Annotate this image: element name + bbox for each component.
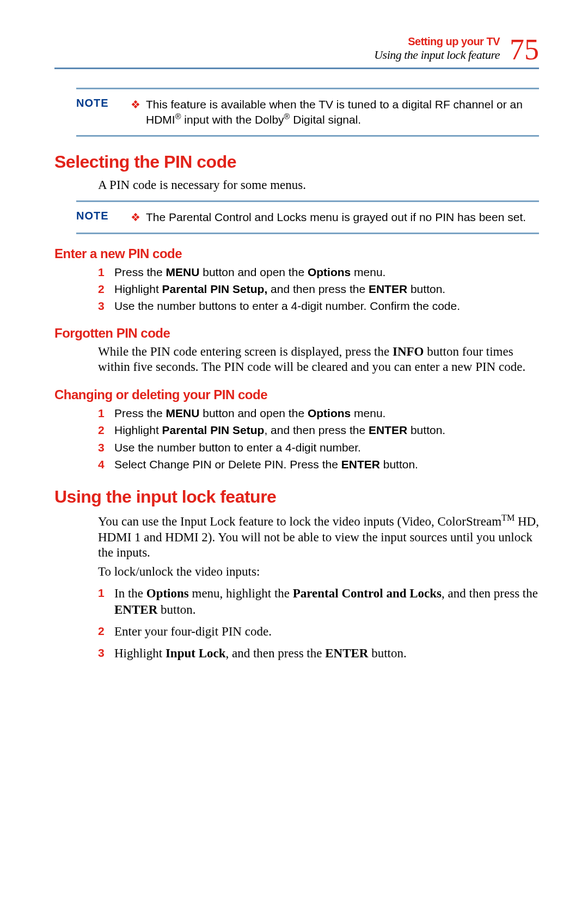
step-number: 3: [98, 645, 114, 660]
input-lock-p2: To lock/unlock the video inputs:: [98, 564, 539, 580]
step-number: 4: [98, 457, 114, 472]
list-item: 3 Use the number buttons to enter a 4-di…: [98, 298, 539, 313]
step-number: 2: [98, 624, 114, 638]
note-block-1: NOTE ❖ This feature is available when th…: [76, 97, 539, 127]
list-item: 2 Enter your four-digit PIN code.: [98, 624, 539, 640]
step-number: 3: [98, 298, 114, 313]
step-number: 2: [98, 282, 114, 296]
note-rule-top: [76, 88, 539, 89]
page-number: 75: [510, 35, 539, 64]
manual-page: Setting up your TV Using the input lock …: [0, 0, 588, 699]
step-text: Use the number buttons to enter a 4-digi…: [114, 298, 539, 313]
step-number: 1: [98, 406, 114, 420]
step-text: Highlight Parental PIN Setup, and then p…: [114, 282, 539, 296]
step-number: 3: [98, 440, 114, 455]
step-text: Select Change PIN or Delete PIN. Press t…: [114, 457, 539, 472]
header-section: Using the input lock feature: [374, 48, 500, 62]
step-number: 1: [98, 265, 114, 279]
note-block-2: NOTE ❖ The Parental Control and Locks me…: [76, 210, 539, 224]
step-text: Highlight Parental PIN Setup, and then p…: [114, 423, 539, 437]
step-number: 2: [98, 423, 114, 437]
note-label: NOTE: [76, 210, 131, 222]
forgotten-text: While the PIN code entering screen is di…: [98, 344, 539, 376]
heading-change-delete-pin: Changing or deleting your PIN code: [54, 387, 539, 402]
list-item: 3 Use the number button to enter a 4-dig…: [98, 440, 539, 455]
note-text: This feature is available when the TV is…: [146, 97, 539, 127]
step-text: Highlight Input Lock, and then press the…: [114, 645, 539, 662]
step-text: Press the MENU button and open the Optio…: [114, 406, 539, 420]
note1-post: Digital signal.: [290, 113, 361, 126]
list-item: 3 Highlight Input Lock, and then press t…: [98, 645, 539, 662]
list-item: 1 Press the MENU button and open the Opt…: [98, 265, 539, 279]
input-lock-p1: You can use the Input Lock feature to lo…: [98, 512, 539, 561]
heading-enter-new-pin: Enter a new PIN code: [54, 246, 539, 261]
header-text: Setting up your TV Using the input lock …: [374, 35, 500, 62]
chapter-title: Setting up your TV: [374, 35, 500, 48]
heading-forgotten-pin: Forgotten PIN code: [54, 326, 539, 341]
heading-selecting-pin: Selecting the PIN code: [54, 152, 539, 172]
heading-input-lock: Using the input lock feature: [54, 487, 539, 507]
step-text: Press the MENU button and open the Optio…: [114, 265, 539, 279]
registered-icon: ®: [175, 112, 181, 121]
step-text: Enter your four-digit PIN code.: [114, 624, 539, 640]
list-item: 1 Press the MENU button and open the Opt…: [98, 406, 539, 420]
note2-rule-bottom: [76, 233, 539, 234]
diamond-bullet-icon: ❖: [131, 211, 140, 224]
registered-icon: ®: [284, 112, 290, 121]
change-delete-steps: 1 Press the MENU button and open the Opt…: [98, 406, 539, 472]
list-item: 2 Highlight Parental PIN Setup, and then…: [98, 282, 539, 296]
list-item: 1 In the Options menu, highlight the Par…: [98, 585, 539, 618]
enter-new-pin-steps: 1 Press the MENU button and open the Opt…: [98, 265, 539, 314]
note1-mid: input with the Dolby: [181, 113, 284, 126]
step-number: 1: [98, 585, 114, 600]
page-header: Setting up your TV Using the input lock …: [54, 33, 539, 62]
diamond-bullet-icon: ❖: [131, 98, 140, 111]
input-lock-steps: 1 In the Options menu, highlight the Par…: [98, 585, 539, 662]
step-text: In the Options menu, highlight the Paren…: [114, 585, 539, 618]
note-label: NOTE: [76, 97, 131, 109]
list-item: 4 Select Change PIN or Delete PIN. Press…: [98, 457, 539, 472]
note-rule-bottom: [76, 135, 539, 137]
note2-rule-top: [76, 200, 539, 202]
list-item: 2 Highlight Parental PIN Setup, and then…: [98, 423, 539, 437]
step-text: Use the number button to enter a 4-digit…: [114, 440, 539, 455]
note-text: The Parental Control and Locks menu is g…: [146, 210, 526, 224]
trademark-icon: TM: [501, 513, 514, 522]
pin-intro: A PIN code is necessary for some menus.: [98, 178, 539, 193]
